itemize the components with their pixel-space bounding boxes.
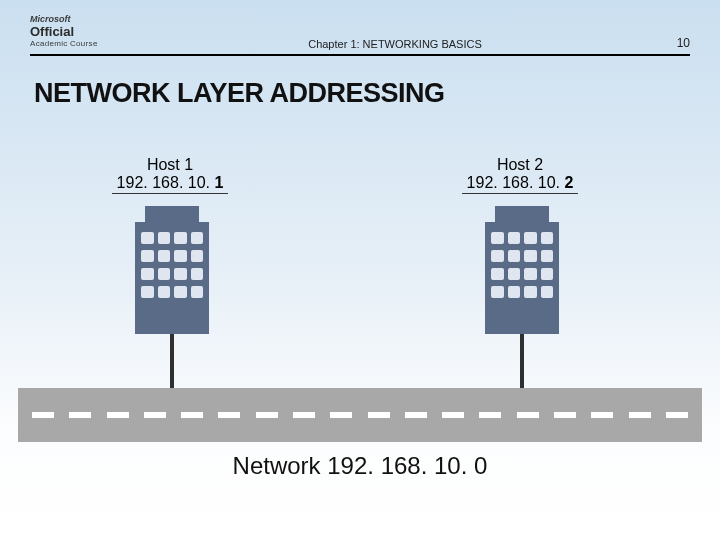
host2-name: Host 2 — [440, 156, 600, 174]
publisher-logo: Microsoft Official Academic Course — [30, 14, 140, 50]
host2-ip-prefix: 192. 168. 10. — [467, 174, 565, 191]
host2-underline — [462, 193, 578, 194]
host2-ip-last: 2 — [564, 174, 573, 191]
host2-building-icon — [485, 206, 559, 334]
host1-ip-prefix: 192. 168. 10. — [117, 174, 215, 191]
network-bus-icon — [18, 388, 702, 442]
slide-title: NETWORK LAYER ADDRESSING — [34, 78, 445, 109]
header-rule — [30, 54, 690, 56]
host1-name: Host 1 — [90, 156, 250, 174]
host1-underline — [112, 193, 228, 194]
host1-ip-last: 1 — [214, 174, 223, 191]
chapter-label: Chapter 1: NETWORKING BASICS — [140, 38, 650, 50]
network-ip: 192. 168. 10. 0 — [327, 452, 487, 479]
header: Microsoft Official Academic Course Chapt… — [30, 14, 690, 50]
host1-label: Host 1 192. 168. 10. 1 — [90, 156, 250, 192]
logo-line-microsoft: Microsoft — [30, 14, 71, 24]
host1-building-icon — [135, 206, 209, 334]
page-number: 10 — [650, 36, 690, 50]
host2-label: Host 2 192. 168. 10. 2 — [440, 156, 600, 192]
logo-line-official: Official — [30, 24, 74, 39]
road-dashes — [32, 412, 688, 418]
network-label: Network 192. 168. 10. 0 — [0, 452, 720, 480]
logo-line-academic: Academic Course — [30, 39, 98, 48]
network-label-prefix: Network — [233, 452, 328, 479]
slide: Microsoft Official Academic Course Chapt… — [0, 0, 720, 540]
